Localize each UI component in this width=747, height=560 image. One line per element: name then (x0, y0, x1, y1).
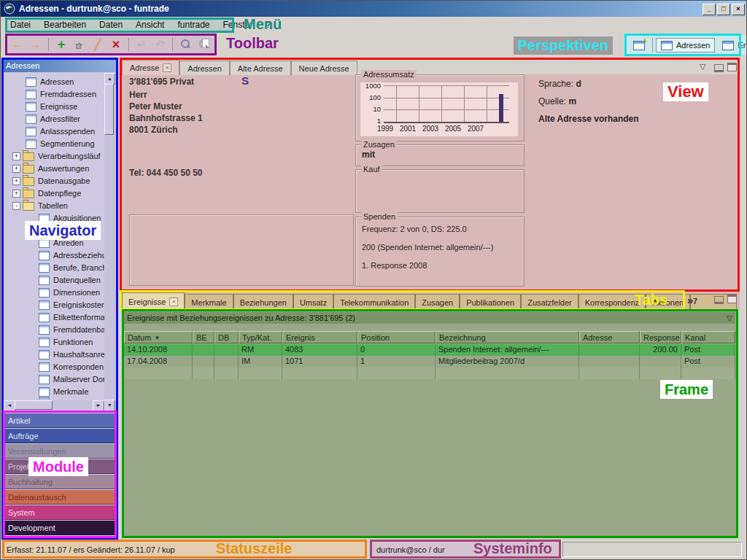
tree-item[interactable]: Anlassspenden (4, 125, 104, 137)
tree-item[interactable]: Anreden (4, 237, 104, 249)
tree-item[interactable]: Ereignisse (4, 101, 104, 112)
tab-neue-adresse[interactable]: Neue Adresse (291, 61, 357, 75)
module-buchhaltung[interactable]: Buchhaltung (4, 475, 115, 489)
expander-icon[interactable]: + (12, 165, 20, 173)
module-development[interactable]: Development (4, 521, 115, 535)
module-auftraege[interactable]: Aufträge (4, 429, 115, 443)
perspective-adressen[interactable]: Adressen (656, 38, 715, 52)
module-projekte[interactable]: Projekte (4, 459, 115, 474)
menu-help[interactable]: ? (259, 18, 277, 31)
module-veranstaltungen[interactable]: Veranstaltungen (4, 444, 115, 459)
column-header-bezeichnung[interactable]: Bezeichnung (436, 331, 579, 343)
table-row-selected[interactable]: 14.10.2008 RM 40830 Spenden Internet: al… (124, 344, 735, 356)
tree-item[interactable]: Korresponden (4, 361, 104, 373)
module-system[interactable]: System (4, 505, 115, 520)
tree-item[interactable]: +Auswertungen (4, 163, 104, 174)
enter-button[interactable]: ↵ (133, 36, 150, 52)
perspective-ereignisse[interactable]: Erei (718, 38, 747, 52)
tab-adresse[interactable]: Adresse× (122, 60, 179, 75)
tree-item[interactable] (4, 396, 104, 400)
maximize-button[interactable]: □ (717, 4, 730, 15)
tab-alte-adresse[interactable]: Alte Adresse (230, 61, 291, 75)
expander-icon[interactable]: + (12, 152, 20, 160)
menu-fenster[interactable]: Fenster (217, 18, 260, 31)
view-maximize-icon[interactable] (727, 63, 737, 71)
column-header-ereignis[interactable]: Ereignis (282, 331, 357, 343)
tree-item[interactable]: Segmentierung (4, 138, 104, 149)
header-chevron-icon[interactable]: ▽ (727, 314, 732, 322)
tree-item[interactable]: +Datenpflege (4, 187, 104, 199)
tree-horizontal-scrollbar[interactable]: ◄ ► (4, 400, 104, 411)
expander-icon[interactable]: + (12, 190, 20, 198)
minimize-button[interactable]: _ (703, 4, 716, 15)
tree-item[interactable]: Datenquellen (4, 274, 104, 286)
tree-item[interactable]: Mailserver Dor (4, 373, 104, 385)
tab-merkmale[interactable]: Merkmale (185, 294, 233, 310)
edit-button[interactable]: ╱ (90, 36, 106, 52)
column-header-position[interactable]: Position (357, 331, 436, 343)
tab-telekommunikation[interactable]: Telekommunikation (333, 294, 415, 310)
tree-item[interactable]: Fremddatenba (4, 324, 104, 335)
expander-icon[interactable]: - (12, 202, 20, 210)
tab-umsatz[interactable]: Umsatz (293, 294, 333, 310)
menu-bearbeiten[interactable]: Bearbeiten (37, 18, 93, 31)
tree-item[interactable]: Adressen (4, 76, 104, 88)
expander-icon[interactable]: + (12, 177, 20, 185)
scrollbar-thumb[interactable] (15, 400, 53, 410)
tree-item[interactable]: Ereigniskoster (4, 299, 104, 311)
scroll-down-arrow[interactable]: ▼ (104, 400, 115, 411)
forward-button[interactable]: → (28, 36, 44, 52)
frame-minimize-icon[interactable] (714, 296, 724, 304)
back-button[interactable]: ← (9, 36, 26, 52)
new-perspective-button[interactable] (629, 38, 649, 52)
table-row[interactable]: 17.04.2008 IM 10711 Mitgliederbeitrag 20… (124, 356, 735, 368)
tab-zusatzfelder[interactable]: Zusatzfelder (521, 294, 578, 310)
tab-publikationen[interactable]: Publikationen (460, 294, 521, 310)
tree-item[interactable]: +Verarbeitungsläuf (4, 150, 104, 162)
view-minimize-icon[interactable] (714, 64, 724, 72)
tab-zusagen[interactable]: Zusagen (415, 294, 460, 310)
add-child-button[interactable]: + (71, 36, 88, 52)
add-button[interactable]: + (53, 36, 69, 52)
tree-item[interactable]: Adressfilter (4, 113, 104, 125)
column-header-db[interactable]: DB (214, 331, 239, 343)
scroll-up-arrow[interactable]: ▲ (104, 73, 115, 85)
menu-funtrade[interactable]: funtrade (171, 18, 216, 31)
tab-adressen[interactable]: Adressen (179, 61, 229, 75)
undo-button[interactable]: ↶ (152, 36, 168, 52)
close-icon[interactable]: × (169, 298, 178, 306)
tab-beziehungen[interactable]: Beziehungen (233, 294, 293, 310)
column-header-typkat[interactable]: Typ/Kat. (239, 331, 282, 343)
tree-item[interactable]: +Datenausgabe (4, 175, 104, 187)
zoom-doc-button[interactable] (196, 36, 212, 52)
tree-item[interactable] (4, 225, 104, 236)
tree-item[interactable]: Adressbeziehu (4, 249, 104, 261)
menu-ansicht[interactable]: Ansicht (129, 18, 171, 31)
tree-item[interactable]: -Tabellen (4, 200, 104, 211)
tab-korrespondenz[interactable]: Korrespondenz (578, 294, 646, 310)
close-button[interactable]: × (732, 4, 745, 15)
tree-item[interactable]: Berufe, Branch (4, 262, 104, 273)
scrollbar-thumb[interactable] (104, 84, 114, 135)
tree-vertical-scrollbar[interactable]: ▲ ▼ (104, 73, 115, 411)
menu-daten[interactable]: Daten (93, 18, 129, 31)
tree-item[interactable]: Fremdadressen (4, 88, 104, 100)
tree-item[interactable]: Etikettenforma (4, 311, 104, 323)
column-header-kanal[interactable]: Kanal (681, 331, 735, 343)
column-header-datum[interactable]: Datum▼ (124, 331, 193, 343)
scroll-left-arrow[interactable]: ◄ (4, 400, 15, 411)
tree-item[interactable]: Dimensionen (4, 287, 104, 298)
module-datenaustausch[interactable]: Datenaustausch (4, 490, 115, 505)
module-artikel[interactable]: Artikel (4, 413, 115, 428)
close-icon[interactable]: × (163, 63, 171, 72)
frame-maximize-icon[interactable] (727, 295, 737, 303)
tab-aktionen[interactable]: Aktionen (646, 294, 690, 310)
zoom-button[interactable] (177, 36, 193, 52)
tree-item[interactable]: Funktionen (4, 336, 104, 348)
tree-item[interactable]: Akquisitionen (4, 212, 104, 224)
table-row-empty[interactable] (124, 368, 735, 379)
menu-datei[interactable]: Datei (4, 18, 37, 31)
scroll-right-arrow[interactable]: ► (93, 400, 104, 411)
column-header-adresse[interactable]: Adresse (579, 331, 640, 343)
tab-ereignisse[interactable]: Ereignisse× (122, 292, 185, 310)
